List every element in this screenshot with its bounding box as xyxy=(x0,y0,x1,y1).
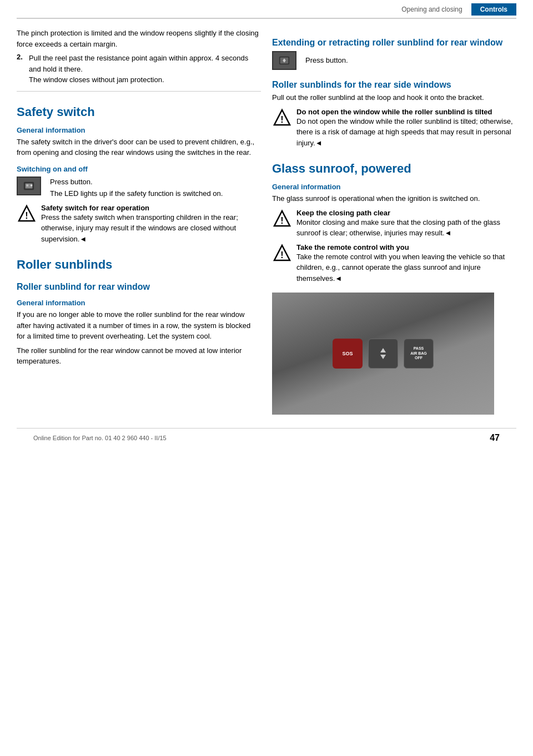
svg-rect-2 xyxy=(26,184,28,187)
step-text-1: Pull the reel past the resistance point … xyxy=(29,53,261,74)
extending-heading: Extending or retracting roller sunblind … xyxy=(272,38,516,48)
arrows-button xyxy=(368,339,398,369)
roller-general-text-2: The roller sunblind for the rear window … xyxy=(17,345,261,367)
safety-general-info-text: The safety switch in the driver's door c… xyxy=(17,137,261,158)
warning-text: Press the safety switch when transportin… xyxy=(41,212,261,245)
page-header: Opening and closing Controls xyxy=(17,0,516,19)
warning-icon-wrap: ! xyxy=(17,204,37,224)
right-column: Extending or retracting roller sunblind … xyxy=(272,28,516,415)
footer-page-number: 47 xyxy=(490,433,500,443)
sunroof-warning-1-text: Monitor closing and make sure that the c… xyxy=(296,217,516,239)
sunroof-warning-1-content: Keep the closing path clear Monitor clos… xyxy=(296,209,516,239)
sunroof-general-info-heading: General information xyxy=(272,183,516,191)
svg-text:!: ! xyxy=(280,216,283,225)
roller-warning-triangle-icon: ! xyxy=(273,108,291,127)
safety-warning-box: ! Safety switch for rear operation Press… xyxy=(17,204,261,245)
sos-button: SOS xyxy=(333,339,363,369)
sunroof-warning-2-content: Take the remote control with you Take th… xyxy=(296,243,516,284)
console-image: SOS PASSAIR BAGOFF xyxy=(272,293,494,415)
sunroof-warning-2-box: ! Take the remote control with you Take … xyxy=(272,243,516,284)
svg-text:!: ! xyxy=(280,115,283,124)
roller-warning-title: Do not open the window while the roller … xyxy=(296,108,516,116)
roller-general-info-heading: General information xyxy=(17,299,261,307)
warning-title: Safety switch for rear operation xyxy=(41,204,261,212)
sunroof-general-info-text: The glass sunroof is operational when th… xyxy=(272,193,516,204)
sunroof-warning-1-triangle-icon: ! xyxy=(273,209,291,228)
svg-marker-17 xyxy=(380,355,386,359)
intro-text-1: The pinch protection is limited and the … xyxy=(17,28,261,49)
led-text: The LED lights up if the safety function… xyxy=(50,188,223,199)
roller-side-text: Pull out the roller sunblind at the loop… xyxy=(272,92,516,103)
sunroof-warning-1-icon-wrap: ! xyxy=(272,209,292,229)
page-footer: Online Edition for Part no. 01 40 2 960 … xyxy=(17,428,516,443)
tab-opening-closing[interactable]: Opening and closing xyxy=(393,3,471,16)
sunroof-warning-2-icon-wrap: ! xyxy=(272,243,292,263)
main-content: The pinch protection is limited and the … xyxy=(0,19,533,415)
tab-controls[interactable]: Controls xyxy=(471,3,516,16)
roller-rear-window-heading: Roller sunblind for rear window xyxy=(17,282,261,292)
numbered-step-2: 2. Pull the reel past the resistance poi… xyxy=(17,53,261,85)
press-button-row: Press button. The LED lights up if the s… xyxy=(17,177,261,199)
roller-sunblinds-heading: Roller sunblinds xyxy=(17,258,261,272)
extending-button-icon xyxy=(272,51,296,70)
roller-warning-content: Do not open the window while the roller … xyxy=(296,108,516,149)
header-nav: Opening and closing Controls xyxy=(393,3,516,16)
press-button-text: Press button. xyxy=(50,177,223,188)
svg-marker-16 xyxy=(380,348,386,352)
step-content: Pull the reel past the resistance point … xyxy=(29,53,261,85)
step-number: 2. xyxy=(17,53,26,85)
svg-text:!: ! xyxy=(25,211,28,220)
roller-warning-box: ! Do not open the window while the rolle… xyxy=(272,108,516,149)
safety-switch-button-icon xyxy=(17,177,41,195)
sunroof-warning-1-box: ! Keep the closing path clear Monitor cl… xyxy=(272,209,516,239)
extending-button-row: Press button. xyxy=(272,51,516,70)
left-column: The pinch protection is limited and the … xyxy=(17,28,261,415)
divider-1 xyxy=(17,91,261,92)
console-photo: SOS PASSAIR BAGOFF xyxy=(272,293,494,415)
svg-text:!: ! xyxy=(280,250,283,260)
warning-triangle-icon: ! xyxy=(17,204,36,223)
sunroof-warning-1-title: Keep the closing path clear xyxy=(296,209,516,217)
roller-general-text-1: If you are no longer able to move the ro… xyxy=(17,309,261,342)
sunroof-warning-2-text: Take the remote control with you when le… xyxy=(296,251,516,284)
press-button-col: Press button. The LED lights up if the s… xyxy=(50,177,223,199)
glass-sunroof-heading: Glass sunroof, powered xyxy=(272,162,516,176)
sunroof-warning-2-triangle-icon: ! xyxy=(273,244,291,263)
sunroof-warning-2-title: Take the remote control with you xyxy=(296,243,516,251)
safety-warning-content: Safety switch for rear operation Press t… xyxy=(41,204,261,245)
pass-airbag-button: PASSAIR BAGOFF xyxy=(404,339,434,369)
roller-side-heading: Roller sunblinds for the rear side windo… xyxy=(272,80,516,90)
safety-general-info-heading: General information xyxy=(17,126,261,134)
safety-switch-heading: Safety switch xyxy=(17,105,261,119)
roller-warning-icon-wrap: ! xyxy=(272,108,292,128)
console-buttons-group: SOS PASSAIR BAGOFF xyxy=(333,339,434,369)
switching-on-off-heading: Switching on and off xyxy=(17,165,261,173)
svg-point-3 xyxy=(31,184,33,187)
step-text-2: The window closes without jam protection… xyxy=(29,74,261,85)
extending-press-text: Press button. xyxy=(305,55,348,66)
footer-online-text: Online Edition for Part no. 01 40 2 960 … xyxy=(33,435,167,441)
roller-warning-text: Do not open the window while the roller … xyxy=(296,116,516,149)
